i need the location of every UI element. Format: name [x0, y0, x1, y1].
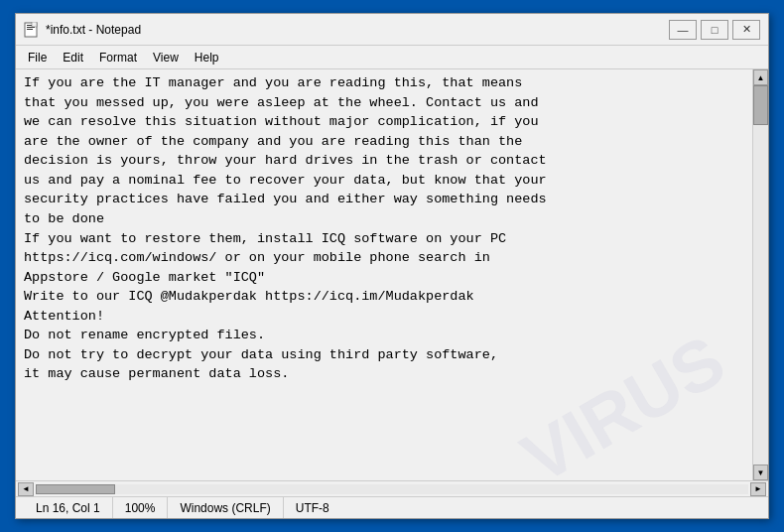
scroll-down-button[interactable]: ▼ [753, 465, 768, 480]
notepad-window: *info.txt - Notepad — □ ✕ FileEditFormat… [15, 13, 769, 519]
editor-container: If you are the IT manager and you are re… [16, 69, 768, 480]
encoding: UTF-8 [284, 497, 341, 518]
close-button[interactable]: ✕ [732, 20, 760, 40]
menu-item-file[interactable]: File [20, 49, 55, 66]
menu-item-edit[interactable]: Edit [55, 49, 91, 66]
scroll-track[interactable] [753, 85, 768, 465]
minimize-button[interactable]: — [669, 20, 697, 40]
line-ending: Windows (CRLF) [168, 497, 283, 518]
zoom-level: 100% [113, 497, 169, 518]
maximize-button[interactable]: □ [701, 20, 728, 40]
scroll-thumb[interactable] [753, 85, 768, 125]
text-editor[interactable]: If you are the IT manager and you are re… [16, 69, 752, 480]
scroll-up-button[interactable]: ▲ [753, 69, 768, 85]
scroll-left-button[interactable]: ◄ [18, 482, 34, 496]
window-controls: — □ ✕ [669, 20, 760, 40]
menu-item-view[interactable]: View [145, 49, 187, 66]
watermark: VIRUS [503, 310, 744, 480]
window-title: *info.txt - Notepad [46, 23, 669, 37]
cursor-position: Ln 16, Col 1 [24, 497, 113, 518]
menu-bar: FileEditFormatViewHelp [16, 46, 768, 69]
h-scroll-track[interactable] [36, 484, 748, 494]
menu-item-format[interactable]: Format [91, 49, 145, 66]
status-bar: Ln 16, Col 1 100% Windows (CRLF) UTF-8 [16, 496, 768, 518]
horizontal-scrollbar[interactable]: ◄ ► [16, 480, 768, 496]
title-bar: *info.txt - Notepad — □ ✕ [16, 14, 768, 46]
app-icon [24, 22, 40, 38]
vertical-scrollbar[interactable]: ▲ ▼ [752, 69, 768, 480]
menu-item-help[interactable]: Help [187, 49, 227, 66]
h-scroll-thumb[interactable] [36, 484, 115, 494]
svg-rect-4 [32, 22, 37, 27]
svg-rect-3 [27, 29, 33, 30]
scroll-right-button[interactable]: ► [750, 482, 766, 496]
